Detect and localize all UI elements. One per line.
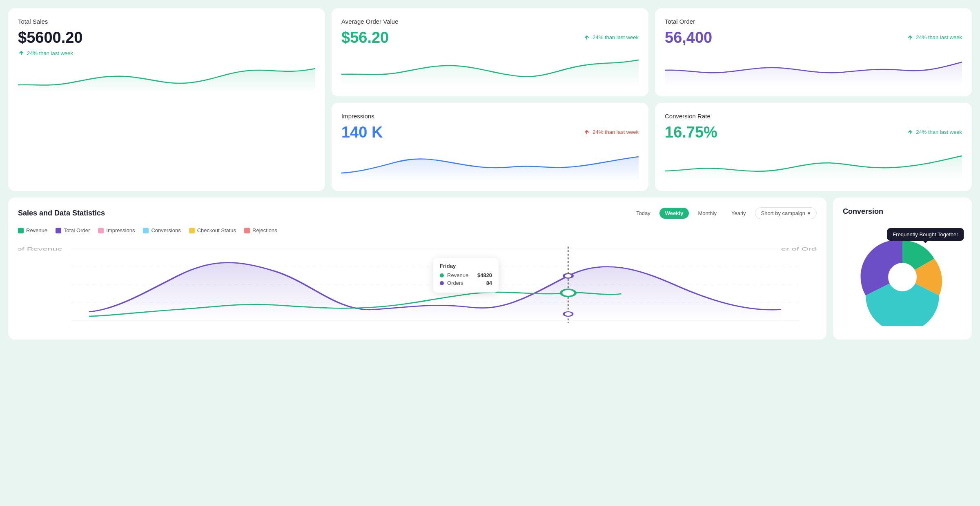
total-order-label: Total Order: [665, 18, 962, 25]
conversion-rate-label: Conversion Rate: [665, 113, 962, 120]
chart-legend: Revenue Total Order Impressions Conversi…: [18, 227, 817, 233]
stats-header: Sales and Data Statistics Today Weekly M…: [18, 207, 817, 219]
total-order-card: Total Order 56,400 24% than last week: [655, 8, 972, 96]
legend-checkout: Checkout Status: [189, 227, 236, 233]
arrow-up-icon: [18, 50, 24, 56]
total-order-change: 24% than last week: [907, 34, 962, 41]
arrow-up-icon2: [584, 34, 590, 41]
avg-order-value: $56.20: [341, 29, 389, 47]
legend-dot-rejections: [244, 228, 250, 233]
filter-monthly[interactable]: Monthly: [692, 208, 722, 219]
total-sales-change: 24% than last week: [18, 50, 315, 56]
svg-text:er of Order: er of Order: [781, 246, 817, 252]
tooltip-revenue-dot: [440, 273, 444, 277]
total-order-svg: [665, 54, 962, 87]
legend-label-revenue: Revenue: [26, 227, 47, 233]
avg-order-label: Average Order Value: [341, 18, 639, 25]
filter-today[interactable]: Today: [630, 208, 656, 219]
total-sales-chart: [18, 60, 315, 93]
pie-container: Frequently Bought Together: [843, 224, 962, 330]
pie-tooltip: Frequently Bought Together: [887, 228, 964, 241]
avg-order-card: Average Order Value $56.20 24% than last…: [332, 8, 648, 96]
legend-total-order: Total Order: [56, 227, 90, 233]
impressions-svg: [341, 149, 639, 181]
svg-text:of Revenue: of Revenue: [18, 246, 62, 252]
total-sales-value: $5600.20: [18, 29, 315, 47]
conversion-rate-chart: [665, 149, 962, 181]
metrics-row: Total Sales $5600.20 24% than last week: [8, 8, 972, 191]
legend-dot-conversions: [143, 228, 149, 233]
total-sales-svg: [18, 60, 315, 93]
avg-order-change-text: 24% than last week: [592, 34, 639, 40]
legend-label-checkout: Checkout Status: [197, 227, 236, 233]
stats-title: Sales and Data Statistics: [18, 209, 105, 217]
legend-dot-impressions: [98, 228, 104, 233]
tooltip-orders-dot: [440, 281, 444, 285]
legend-rejections: Rejections: [244, 227, 277, 233]
main-chart-svg: of Revenue er of Order: [18, 240, 817, 330]
tooltip-revenue-value: $4820: [477, 272, 492, 278]
filter-tabs: Today Weekly Monthly Yearly Short by cam…: [630, 207, 817, 219]
legend-label-order: Total Order: [64, 227, 90, 233]
conversion-rate-value: 16.75%: [665, 124, 717, 141]
impressions-change: 24% than last week: [584, 129, 639, 135]
legend-dot-checkout: [189, 228, 195, 233]
conversion-rate-change: 24% than last week: [907, 129, 962, 135]
pie-chart: [853, 228, 951, 326]
chart-dot-orders: [564, 274, 573, 278]
conversion-title: Conversion: [843, 207, 962, 216]
stats-card: Sales and Data Statistics Today Weekly M…: [8, 198, 826, 340]
legend-dot-revenue: [18, 228, 24, 233]
chart-dot-revenue: [561, 289, 575, 297]
conversion-rate-card: Conversion Rate 16.75% 24% than last wee…: [655, 103, 972, 191]
avg-order-chart: [341, 54, 639, 87]
legend-conversions: Conversions: [143, 227, 180, 233]
conversion-rate-change-text: 24% than last week: [916, 129, 962, 135]
bottom-row: Sales and Data Statistics Today Weekly M…: [8, 198, 972, 340]
legend-revenue: Revenue: [18, 227, 47, 233]
avg-order-svg: [341, 54, 639, 87]
main-chart: of Revenue er of Order: [18, 240, 817, 330]
total-sales-card: Total Sales $5600.20 24% than last week: [8, 8, 325, 191]
legend-label-rejections: Rejections: [252, 227, 277, 233]
impressions-label: Impressions: [341, 113, 639, 120]
total-order-change-text: 24% than last week: [916, 34, 962, 40]
impressions-change-text: 24% than last week: [592, 129, 639, 135]
chevron-down-icon: ▾: [808, 210, 811, 216]
total-order-value: 56,400: [665, 29, 712, 47]
arrow-up-icon3: [907, 34, 913, 41]
tooltip-orders-label: Orders: [447, 280, 463, 286]
legend-dot-order: [56, 228, 61, 233]
chart-tooltip: Friday Revenue $4820 Orders 84: [433, 258, 499, 293]
tooltip-orders-row: Orders 84: [440, 280, 492, 286]
tooltip-day: Friday: [440, 263, 492, 269]
tooltip-revenue-label: Revenue: [447, 272, 468, 278]
campaign-dropdown-label: Short by campaign: [761, 210, 805, 216]
impressions-value: 140 K: [341, 124, 383, 141]
total-order-chart: [665, 54, 962, 87]
campaign-dropdown[interactable]: Short by campaign ▾: [755, 207, 817, 219]
avg-order-change: 24% than last week: [584, 34, 639, 41]
legend-label-impressions: Impressions: [106, 227, 135, 233]
filter-weekly[interactable]: Weekly: [659, 208, 689, 219]
pie-center: [888, 263, 917, 291]
chart-dot-orders2: [564, 312, 573, 316]
dashboard: Total Sales $5600.20 24% than last week: [8, 8, 972, 340]
total-sales-label: Total Sales: [18, 18, 315, 25]
arrow-up-icon5: [907, 129, 913, 135]
tooltip-revenue-row: Revenue $4820: [440, 272, 492, 278]
conversion-card: Conversion Frequently Bought Together: [833, 198, 972, 340]
legend-impressions: Impressions: [98, 227, 135, 233]
legend-label-conversions: Conversions: [151, 227, 180, 233]
impressions-chart: [341, 149, 639, 181]
impressions-card: Impressions 140 K 24% than last week: [332, 103, 648, 191]
conversion-rate-svg: [665, 149, 962, 181]
total-sales-change-text: 24% than last week: [27, 50, 73, 56]
arrow-up-icon4: [584, 129, 590, 135]
filter-yearly[interactable]: Yearly: [726, 208, 752, 219]
tooltip-orders-value: 84: [486, 280, 492, 286]
